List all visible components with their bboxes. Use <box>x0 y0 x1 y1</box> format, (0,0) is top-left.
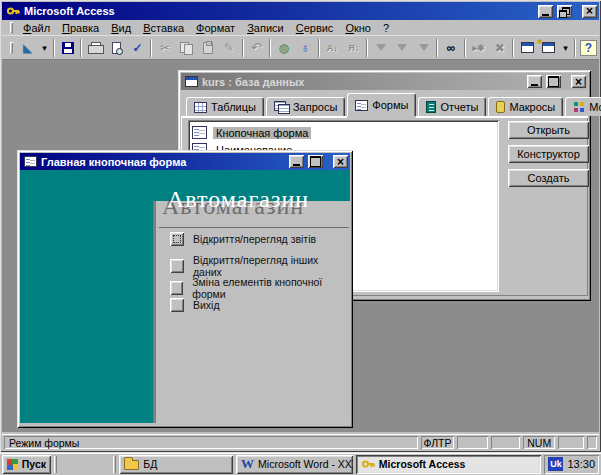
new-button[interactable]: Создать <box>508 169 589 187</box>
db-close-button[interactable] <box>571 75 586 88</box>
open-reports-button[interactable] <box>170 232 184 246</box>
macro-icon <box>496 101 505 113</box>
menu-help[interactable]: ? <box>377 21 395 35</box>
menu-file[interactable]: Файл <box>17 21 56 35</box>
open-other-data-button[interactable] <box>170 259 184 273</box>
cut-button[interactable]: ✂ <box>154 38 175 58</box>
task-bd-folder[interactable]: БД <box>119 455 233 474</box>
switchboard-body: Автомагазин Відкриття/перегляд звітів Ві… <box>20 170 350 423</box>
spelling-button[interactable]: ✓ <box>127 38 148 58</box>
db-minimize-button[interactable] <box>527 75 542 88</box>
app-close-button[interactable] <box>582 5 597 18</box>
apply-filter-button[interactable] <box>413 38 434 58</box>
menu-window[interactable]: Окно <box>339 21 377 35</box>
divider <box>159 227 349 228</box>
db-titlebar[interactable]: kurs : база данных <box>181 73 588 90</box>
system-tray: Uk 13:30 <box>544 455 599 474</box>
format-painter-icon: ✎ <box>224 41 234 55</box>
design-button[interactable]: Конструктор <box>508 145 589 163</box>
edit-switchboard-button[interactable] <box>170 281 183 295</box>
print-preview-icon <box>112 42 121 54</box>
switchboard-item-label[interactable]: Відкриття/перегляд інших даних <box>193 254 350 278</box>
paste-button[interactable] <box>197 38 218 58</box>
filter-by-selection-button[interactable] <box>370 38 391 58</box>
switchboard-item-label[interactable]: Відкриття/перегляд звітів <box>193 233 316 245</box>
status-cell <box>457 436 488 449</box>
module-icon <box>573 101 585 113</box>
insert-hyperlink-button[interactable]: ◍ <box>273 38 294 58</box>
access-app-window: Microsoft Access Файл Правка Вид Вставка… <box>0 0 601 452</box>
open-button[interactable]: Открыть <box>508 121 589 139</box>
form-maximize-button[interactable] <box>308 155 323 168</box>
help-button[interactable]: ? <box>578 38 599 58</box>
start-button[interactable]: Пуск <box>2 455 51 474</box>
undo-button[interactable]: ↶ <box>246 38 267 58</box>
new-record-button[interactable]: ▸✱ <box>468 38 489 58</box>
database-window-icon <box>521 42 534 53</box>
delete-record-button[interactable]: ✖ <box>489 38 510 58</box>
menu-insert[interactable]: Вставка <box>137 21 190 35</box>
find-button[interactable]: ∞ <box>440 38 461 58</box>
tab-queries[interactable]: Запросы <box>266 97 345 116</box>
list-item[interactable]: Кнопочная форма <box>188 124 499 141</box>
view-button[interactable]: ◣ <box>17 38 38 58</box>
form-minimize-button[interactable] <box>289 155 304 168</box>
folder-icon <box>124 460 139 470</box>
menu-tools[interactable]: Сервис <box>290 21 340 35</box>
form-close-button[interactable] <box>333 155 348 168</box>
tab-tables[interactable]: Таблицы <box>186 97 264 116</box>
app-restore-button[interactable] <box>557 5 572 18</box>
form-titlebar[interactable]: Главная кнопочная форма <box>20 153 350 170</box>
copy-button[interactable] <box>176 38 197 58</box>
exit-button[interactable] <box>170 298 184 312</box>
tab-modules[interactable]: Модули <box>565 97 601 116</box>
view-icon: ◣ <box>23 41 32 55</box>
print-preview-button[interactable] <box>106 38 127 58</box>
sort-descending-button[interactable]: Я↓ <box>343 38 364 58</box>
menu-records[interactable]: Записи <box>241 21 290 35</box>
switchboard-item: Відкриття/перегляд інших даних <box>170 254 350 278</box>
new-object-button[interactable] <box>538 38 559 58</box>
list-item-label: Кнопочная форма <box>213 127 311 139</box>
web-toolbar-button[interactable]: ♁ <box>294 38 315 58</box>
switchboard-item: Зміна елементів кнопочної форми <box>170 276 350 300</box>
tab-forms[interactable]: Формы <box>347 93 416 116</box>
paste-icon <box>203 42 213 54</box>
menu-format[interactable]: Формат <box>190 21 241 35</box>
switchboard-item-label[interactable]: Вихід <box>193 299 220 311</box>
sort-ascending-button[interactable]: А↓ <box>322 38 343 58</box>
menu-edit[interactable]: Правка <box>56 21 105 35</box>
toolbar-drag-handle[interactable] <box>10 42 13 53</box>
format-painter-button[interactable]: ✎ <box>218 38 239 58</box>
task-word[interactable]: W Microsoft Word - XXX.doc <box>236 455 353 474</box>
app-minimize-button[interactable] <box>538 5 553 18</box>
database-window-button[interactable] <box>516 38 537 58</box>
db-window-title: kurs : база данных <box>202 76 523 88</box>
menubar-drag-handle[interactable] <box>10 22 13 33</box>
new-object-icon <box>542 42 555 53</box>
tab-reports[interactable]: Отчеты <box>418 97 486 116</box>
print-button[interactable] <box>84 38 105 58</box>
view-dropdown-button[interactable]: ▾ <box>38 38 51 58</box>
filter-by-selection-icon <box>376 44 386 51</box>
switchboard-item-label[interactable]: Зміна елементів кнопочної форми <box>192 276 350 300</box>
filter-by-form-icon <box>397 44 407 51</box>
form-window-title: Главная кнопочная форма <box>41 156 285 168</box>
db-maximize-button[interactable] <box>546 75 561 88</box>
new-object-dropdown-button[interactable]: ▾ <box>559 38 572 58</box>
help-icon: ? <box>580 40 597 56</box>
save-button[interactable] <box>57 38 78 58</box>
sort-ascending-icon: А↓ <box>327 43 338 53</box>
switchboard-heading: Автомагазин <box>167 186 309 213</box>
app-titlebar[interactable]: Microsoft Access <box>2 2 599 20</box>
save-icon <box>62 42 74 54</box>
windows-flag-icon <box>7 459 18 470</box>
task-access[interactable]: Microsoft Access <box>356 455 542 474</box>
filter-by-form-button[interactable] <box>392 38 413 58</box>
menu-view[interactable]: Вид <box>105 21 137 35</box>
language-indicator[interactable]: Uk <box>548 457 563 471</box>
menu-bar: Файл Правка Вид Вставка Формат Записи Се… <box>2 20 599 35</box>
sort-descending-icon: Я↓ <box>348 43 359 53</box>
cut-icon: ✂ <box>160 41 170 55</box>
tab-macros[interactable]: Макросы <box>488 97 563 116</box>
